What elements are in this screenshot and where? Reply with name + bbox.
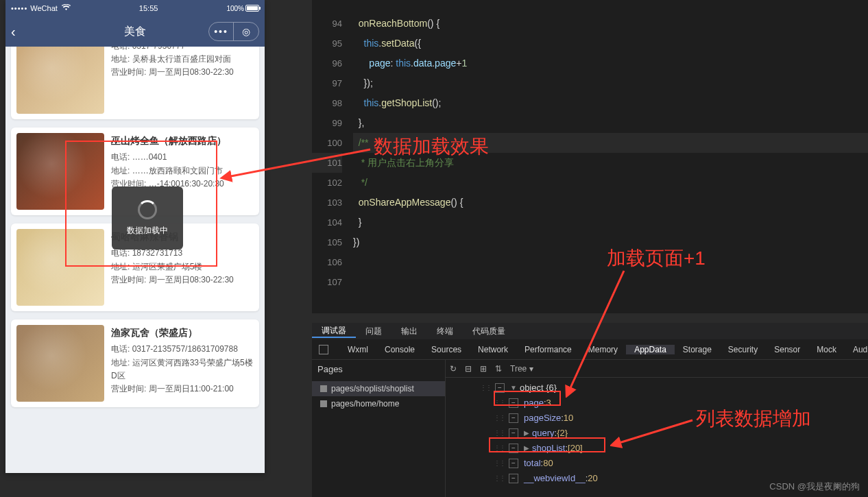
shop-hours: 营业时间: 周一至周日11:00-21:00	[111, 383, 254, 396]
tree-tool[interactable]: Tree ▾	[510, 364, 533, 374]
sub-tab[interactable]: AppData	[626, 345, 675, 354]
shop-hours: 营业时间: 周一至周日08:30-22:30	[111, 66, 234, 79]
page-item[interactable]: pages/home/home	[312, 396, 445, 411]
wifi-icon	[62, 4, 71, 12]
inspect-icon[interactable]	[319, 345, 328, 354]
tree-item[interactable]: ⋮⋮−pageSize : 10	[446, 411, 868, 426]
code-body[interactable]: onReachBottom() { this.setData({ page: t…	[353, 14, 868, 252]
pages-panel: Pages pages/shoplist/shoplistpages/home/…	[312, 360, 446, 497]
shop-phone: 电话: 0317-2135757/18631709788	[111, 343, 254, 356]
shop-name: 巫山烤全鱼（解放西路店）	[111, 133, 226, 148]
shop-address: 地址: 吴桥县太行道百盛庄园对面	[111, 53, 234, 66]
shop-info: 渔家瓦舍（荣盛店） 电话: 0317-2135757/18631709788 地…	[104, 325, 254, 402]
carrier-label: WeChat	[30, 4, 58, 12]
battery-icon	[245, 5, 259, 12]
tree-item[interactable]: ⋮⋮−total : 80	[446, 456, 868, 471]
clock-label: 15:55	[71, 4, 227, 12]
more-icon[interactable]: •••	[209, 23, 234, 40]
sub-tab[interactable]: Security	[720, 345, 766, 354]
shop-address: 地址: 运河区荣盛广场5楼	[111, 260, 234, 274]
tree-tool[interactable]: ⊞	[480, 364, 487, 374]
page-item[interactable]: pages/shoplist/shoplist	[312, 381, 445, 396]
shop-address: 地址: ……放西路颐和文园门市	[111, 165, 226, 178]
sub-tab[interactable]: Storage	[675, 345, 720, 354]
pages-header: Pages	[312, 360, 445, 381]
loading-toast: 数据加载中	[112, 186, 183, 250]
appdata-toolbar[interactable]: ↻⊟⊞⇅Tree ▾	[446, 360, 868, 378]
top-tab[interactable]: 终端	[427, 326, 463, 337]
tree-item[interactable]: ⋮⋮−▶query : {2}	[446, 426, 868, 441]
appdata-panel: ↻⊟⊞⇅Tree ▾ ⋮⋮−▼object {6}⋮⋮−page : 3⋮⋮−p…	[446, 360, 868, 497]
tree-item[interactable]: ⋮⋮−page : 3	[446, 396, 868, 411]
tree-tool[interactable]: ↻	[450, 364, 457, 374]
nav-bar: ‹ 美食 ••• ◎	[5, 16, 265, 47]
shop-phone: 电话: 0317-7950777	[111, 47, 234, 53]
phone-simulator: ••••• WeChat 15:55 100% ‹ 美食 ••• ◎ 电话: 0…	[5, 0, 265, 473]
devtools-sub-tabs[interactable]: WxmlConsoleSourcesNetworkPerformanceMemo…	[312, 339, 868, 360]
tree-tool[interactable]: ⇅	[495, 364, 502, 374]
shop-thumb	[16, 47, 104, 114]
top-tab[interactable]: 调试器	[312, 325, 356, 338]
shop-thumb	[16, 229, 104, 306]
devtools-top-tabs[interactable]: 调试器问题输出终端代码质量	[312, 323, 868, 339]
shop-card[interactable]: 电话: 0317-7950777 地址: 吴桥县太行道百盛庄园对面 营业时间: …	[11, 47, 259, 119]
tree-tool[interactable]: ⊟	[465, 364, 472, 374]
sub-tab[interactable]: Memory	[580, 345, 626, 354]
capsule-button[interactable]: ••• ◎	[208, 22, 259, 41]
watermark: CSDN @我是夜阑的狗	[769, 481, 860, 493]
shop-thumb	[16, 325, 104, 402]
sub-tab[interactable]: Sensor	[766, 345, 808, 354]
shop-phone: 电话: ……0401	[111, 151, 226, 164]
sub-tab[interactable]: Mock	[808, 345, 845, 354]
sub-tab[interactable]: Performance	[516, 345, 580, 354]
target-icon[interactable]: ◎	[234, 23, 258, 40]
spinner-icon	[138, 200, 157, 219]
appdata-tree[interactable]: ⋮⋮−▼object {6}⋮⋮−page : 3⋮⋮−pageSize : 1…	[446, 378, 868, 489]
shop-card[interactable]: 渔家瓦舍（荣盛店） 电话: 0317-2135757/18631709788 地…	[11, 319, 259, 407]
shop-list[interactable]: 电话: 0317-7950777 地址: 吴桥县太行道百盛庄园对面 营业时间: …	[5, 47, 265, 473]
loading-text: 数据加载中	[127, 225, 168, 237]
shop-info: 电话: 0317-7950777 地址: 吴桥县太行道百盛庄园对面 营业时间: …	[104, 47, 234, 114]
tree-item[interactable]: ⋮⋮−▶shopList : [20]	[446, 441, 868, 456]
sub-tab[interactable]: Network	[470, 345, 516, 354]
sub-tab[interactable]: Audits	[845, 345, 868, 354]
top-tab[interactable]: 代码质量	[463, 326, 515, 337]
top-tab[interactable]: 问题	[356, 326, 391, 337]
shop-hours: 营业时间: 周一至周日08:30-22:30	[111, 274, 234, 287]
sub-tab[interactable]: Console	[376, 345, 423, 354]
status-bar: ••••• WeChat 15:55 100%	[5, 0, 265, 16]
sub-tab[interactable]: Sources	[423, 345, 470, 354]
devtools-body: Pages pages/shoplist/shoplistpages/home/…	[312, 360, 868, 497]
shop-name: 渔家瓦舍（荣盛店）	[111, 325, 254, 340]
shop-address: 地址: 运河区黄河西路33号荣盛广场5楼D区	[111, 356, 254, 383]
shop-thumb	[16, 133, 104, 210]
tree-root[interactable]: ⋮⋮−▼object {6}	[446, 380, 868, 396]
code-editor[interactable]: 949596979899100101102103104105106107 onR…	[312, 0, 868, 313]
signal-dots: •••••	[11, 4, 27, 12]
sub-tab[interactable]: Wxml	[339, 345, 376, 354]
line-gutter: 949596979899100101102103104105106107	[312, 0, 348, 292]
battery-label: 100%	[226, 5, 244, 12]
top-tab[interactable]: 输出	[391, 326, 427, 337]
